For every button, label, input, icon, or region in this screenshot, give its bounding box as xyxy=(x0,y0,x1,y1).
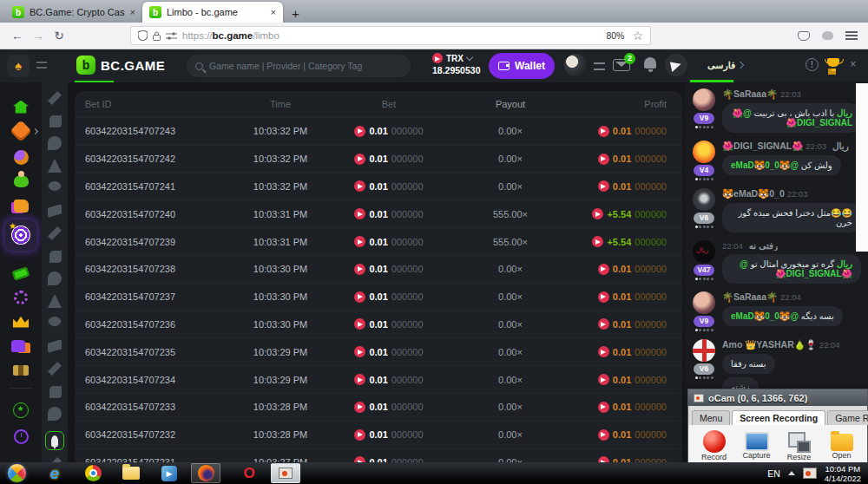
tab-close-icon[interactable]: × xyxy=(130,7,135,17)
user-mention[interactable]: ریال xyxy=(837,259,852,269)
sidebar-item-home[interactable] xyxy=(10,96,31,117)
table-row[interactable]: 6034220315470724310:03:32 PM0.010000000.… xyxy=(75,117,682,145)
rail-game-icon[interactable] xyxy=(48,294,62,308)
sidebar-item-casual[interactable] xyxy=(10,171,31,192)
ocam-tab-menu[interactable]: Menu xyxy=(692,410,730,425)
ocam-capture-button[interactable]: Capture xyxy=(741,430,772,464)
forward-button[interactable]: → xyxy=(28,29,49,43)
rail-game-icon[interactable] xyxy=(48,159,62,173)
ocam-tray-icon[interactable] xyxy=(803,468,817,479)
wallet-button[interactable]: Wallet xyxy=(489,53,555,79)
taskbar-media-player[interactable]: ▶ xyxy=(160,464,179,483)
language-indicator[interactable]: EN xyxy=(767,468,780,479)
bcgame-logo-icon[interactable]: b xyxy=(76,56,95,75)
avatar[interactable] xyxy=(693,188,715,211)
sidebar-item-roulette[interactable] xyxy=(10,287,31,308)
lock-icon[interactable] xyxy=(153,31,161,41)
ocam-open-button[interactable]: Open xyxy=(826,430,857,464)
tab-bcgame-home[interactable]: b BC.Game: Crypto Casino Game… × xyxy=(5,2,142,23)
taskbar-explorer[interactable] xyxy=(122,464,141,483)
rail-game-icon[interactable] xyxy=(48,362,62,376)
trophy-icon[interactable] xyxy=(827,58,839,67)
avatar[interactable] xyxy=(693,240,715,263)
table-row[interactable]: 6034220315470723510:03:29 PM0.010000000.… xyxy=(75,337,682,365)
user-mention[interactable]: @🐯eMaD🐯0_0 xyxy=(731,311,799,321)
table-row[interactable]: 6034220315470723310:03:28 PM0.010000000.… xyxy=(75,393,682,421)
clock[interactable]: 10:04 PM 4/14/2022 xyxy=(825,464,861,483)
tab-close-icon[interactable]: × xyxy=(271,7,276,17)
browser-menu-icon[interactable] xyxy=(845,31,858,40)
game-search[interactable] xyxy=(187,55,411,77)
bcgame-logo-text[interactable]: BC.GAME xyxy=(101,58,165,73)
sidebar-toggle-icon[interactable] xyxy=(36,62,47,69)
bookmark-star-icon[interactable]: ☆ xyxy=(632,29,643,43)
rail-game-icon[interactable] xyxy=(48,249,62,263)
taskbar-chrome[interactable] xyxy=(83,464,102,483)
sidebar-item-bcoriginals-active[interactable] xyxy=(5,219,36,251)
chat-username[interactable]: 🌴SaRaaa🌴 22:04 xyxy=(722,291,861,303)
chat-username[interactable]: رفتی نه 22:04 xyxy=(722,240,861,251)
back-button[interactable]: ← xyxy=(7,29,28,43)
user-mention[interactable]: ریال xyxy=(837,108,852,118)
url-text[interactable]: https://bc.game/limbo xyxy=(182,30,598,41)
table-row[interactable]: 6034220315470723610:03:30 PM0.010000000.… xyxy=(75,311,682,338)
table-row[interactable]: 6034220315470723710:03:30 PM0.010000000.… xyxy=(75,283,682,311)
table-row[interactable]: 6034220315470723410:03:29 PM0.010000000.… xyxy=(75,365,682,393)
chat-language-tab[interactable]: فارسی xyxy=(707,60,735,71)
avatar[interactable] xyxy=(693,339,715,362)
tab-limbo[interactable]: b Limbo - bc.game × xyxy=(142,2,283,23)
ocam-window[interactable]: oCam (0, 6, 1366, 762) Menu Screen Recor… xyxy=(687,389,868,463)
chat-username[interactable]: 🌴SaRaaa🌴 22:03 xyxy=(722,88,861,100)
avatar[interactable] xyxy=(693,291,715,314)
rail-game-icon[interactable] xyxy=(48,226,62,240)
table-row[interactable]: 6034220315470723810:03:30 PM0.010000000.… xyxy=(75,255,682,283)
chat-close-icon[interactable]: × xyxy=(850,57,857,70)
chevron-right-icon[interactable] xyxy=(737,62,744,69)
pocket-icon[interactable] xyxy=(798,31,810,41)
zoom-level-chip[interactable]: 80% xyxy=(603,29,627,42)
table-row[interactable]: 6034220315470723210:03:28 PM0.010000000.… xyxy=(75,421,682,448)
ocam-resize-button[interactable]: Resize xyxy=(784,430,814,464)
notifications-bell-icon[interactable] xyxy=(644,57,656,69)
ocam-tab-game-recording[interactable]: Game Recording xyxy=(827,410,868,425)
user-avatar[interactable] xyxy=(564,54,587,76)
rail-game-icon[interactable] xyxy=(48,317,62,330)
rail-game-icon[interactable] xyxy=(48,114,62,128)
ocam-tab-screen-recording[interactable]: Screen Recording xyxy=(732,410,825,425)
taskbar-ie[interactable]: e xyxy=(45,464,64,483)
rail-game-icon[interactable] xyxy=(48,339,62,353)
sidebar-item-shop[interactable] xyxy=(10,195,31,216)
hidden-icons-arrow[interactable] xyxy=(788,471,795,475)
sidebar-item-lottery[interactable] xyxy=(10,263,31,284)
rail-game-icon[interactable] xyxy=(48,181,62,195)
chat-username[interactable]: 🌺DIGI_SIGNAL🌺 ریال 22:03 xyxy=(722,141,861,152)
extension-icon[interactable] xyxy=(822,31,833,40)
rail-game-icon[interactable] xyxy=(48,91,62,105)
sidebar-item-bonus[interactable] xyxy=(10,400,31,421)
shield-icon[interactable] xyxy=(138,30,148,41)
ocam-record-button[interactable]: Record xyxy=(699,430,729,464)
url-bar[interactable]: https://bc.game/limbo 80% ☆ xyxy=(130,26,651,45)
sidebar-item-sports[interactable] xyxy=(10,147,31,167)
rail-game-icon[interactable] xyxy=(48,136,62,150)
rail-game-icon[interactable] xyxy=(48,407,62,421)
rail-game-icon[interactable] xyxy=(48,271,62,285)
taskbar-ocam-active[interactable] xyxy=(271,463,300,483)
reload-button[interactable]: ↻ xyxy=(49,29,69,43)
table-row[interactable]: 6034220315470724110:03:32 PM0.010000000.… xyxy=(75,173,682,200)
rail-game-limbo-active[interactable] xyxy=(45,431,64,450)
new-tab-button[interactable]: + xyxy=(292,6,299,23)
taskbar-opera[interactable]: O xyxy=(240,464,259,483)
table-row[interactable]: 6034220315470723910:03:31 PM0.0100000055… xyxy=(75,227,682,255)
taskbar-firefox-active[interactable] xyxy=(191,463,220,483)
sidebar-item-slots[interactable] xyxy=(10,360,31,381)
avatar[interactable] xyxy=(693,141,715,163)
sidebar-item-history[interactable] xyxy=(10,426,31,447)
casino-spade-icon[interactable]: ♠ xyxy=(7,55,30,77)
sidebar-item-casino[interactable] xyxy=(10,121,31,141)
search-input[interactable] xyxy=(209,61,402,71)
chat-username[interactable]: 🐯eMaD🐯0_0 22:03 xyxy=(722,188,861,199)
start-button[interactable] xyxy=(8,464,26,482)
rail-game-icon[interactable] xyxy=(48,384,62,398)
permissions-icon[interactable] xyxy=(166,32,177,40)
